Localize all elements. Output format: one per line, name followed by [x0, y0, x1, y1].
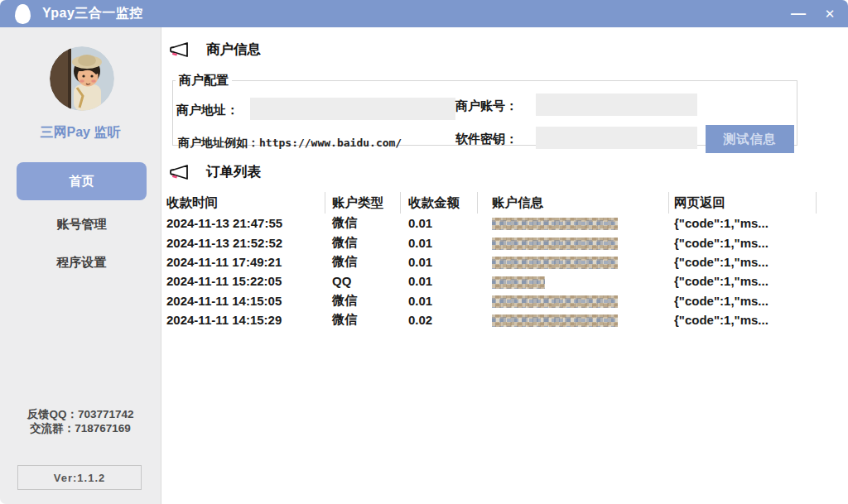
merchant-section-header: 商户信息 — [169, 40, 261, 60]
account-type: 微信 — [325, 254, 401, 270]
app-egg-icon — [15, 4, 31, 24]
group-qq: 交流群：718767169 — [0, 422, 161, 436]
masked-account-info — [492, 257, 618, 269]
feedback-qq: 反馈QQ：703771742 — [0, 408, 161, 422]
app-window: Ypay三合一监控 — ✕ — [0, 0, 848, 504]
table-row[interactable]: 2024-11-11 15:22:05QQ0.01{"code":1,"ms..… — [162, 271, 848, 290]
megaphone-icon — [169, 40, 192, 60]
test-info-button[interactable]: 测试信息 — [706, 125, 794, 153]
megaphone-icon — [169, 162, 192, 182]
hint-url: https://www.baidu.com/ — [259, 137, 402, 149]
order-time: 2024-11-11 14:15:29 — [162, 313, 325, 327]
merchant-address-label: 商户地址： — [176, 103, 238, 118]
order-rows: 2024-11-13 21:47:55微信0.01{"code":1,"ms..… — [162, 214, 848, 329]
merchant-config-group: 商户配置 商户地址： 商户账号： 商户地址例如：https://www.baid… — [172, 73, 797, 146]
column-header[interactable]: 网页返回 — [669, 192, 817, 214]
table-row[interactable]: 2024-11-13 21:47:55微信0.01{"code":1,"ms..… — [162, 214, 848, 233]
merchant-section-title: 商户信息 — [206, 41, 261, 59]
order-time: 2024-11-13 21:52:52 — [162, 236, 325, 250]
main-content: 商户信息 商户配置 商户地址： 商户账号： 商户地址例如：https://www… — [162, 27, 848, 504]
order-table: 收款时间账户类型收款金额账户信息网页返回 2024-11-13 21:47:55… — [162, 192, 848, 329]
orders-section-header: 订单列表 — [169, 162, 261, 182]
web-response: {"code":1,"ms... — [669, 274, 817, 288]
web-response: {"code":1,"ms... — [669, 236, 817, 250]
account-info — [478, 293, 669, 308]
close-button[interactable]: ✕ — [815, 0, 845, 27]
web-response: {"code":1,"ms... — [669, 294, 817, 308]
avatar — [50, 46, 114, 111]
amount: 0.01 — [401, 274, 478, 288]
sidebar-item-settings[interactable]: 程序设置 — [17, 255, 147, 271]
web-response: {"code":1,"ms... — [669, 313, 817, 327]
amount: 0.02 — [401, 313, 478, 327]
profile-name: 三网Pay 监听 — [0, 124, 161, 142]
merchant-account-input[interactable] — [536, 94, 697, 116]
account-info — [478, 313, 669, 328]
table-row[interactable]: 2024-11-11 14:15:29微信0.02{"code":1,"ms..… — [162, 310, 848, 329]
column-header[interactable]: 收款时间 — [162, 192, 325, 214]
web-response: {"code":1,"ms... — [669, 216, 817, 230]
merchant-address-input[interactable] — [250, 98, 455, 120]
merchant-account-label: 商户账号： — [455, 98, 518, 114]
account-info — [478, 274, 669, 289]
window-title: Ypay三合一监控 — [42, 5, 143, 22]
amount: 0.01 — [401, 236, 478, 250]
contact-info: 反馈QQ：703771742 交流群：718767169 — [0, 408, 161, 435]
order-time: 2024-11-11 15:22:05 — [162, 274, 325, 288]
sidebar: 三网Pay 监听 首页 账号管理 程序设置 反馈QQ：703771742 交流群… — [0, 27, 161, 504]
web-response: {"code":1,"ms... — [669, 255, 817, 269]
masked-account-info — [492, 218, 618, 230]
account-info — [478, 216, 669, 231]
order-table-header: 收款时间账户类型收款金额账户信息网页返回 — [162, 192, 848, 214]
masked-account-info — [492, 276, 545, 289]
column-header[interactable]: 收款金额 — [401, 192, 478, 214]
title-bar: Ypay三合一监控 — ✕ — [0, 0, 848, 27]
account-type: 微信 — [325, 312, 401, 328]
column-header[interactable] — [817, 192, 848, 214]
table-row[interactable]: 2024-11-13 21:52:52微信0.01{"code":1,"ms..… — [162, 233, 848, 252]
column-header[interactable]: 账户类型 — [325, 192, 401, 214]
orders-section-title: 订单列表 — [206, 163, 261, 181]
masked-account-info — [492, 238, 618, 250]
masked-account-info — [492, 314, 618, 327]
account-type: 微信 — [325, 235, 401, 251]
column-header[interactable]: 账户信息 — [478, 192, 669, 214]
sidebar-item-accounts[interactable]: 账号管理 — [17, 217, 147, 233]
table-row[interactable]: 2024-11-11 14:15:05微信0.01{"code":1,"ms..… — [162, 291, 848, 310]
amount: 0.01 — [401, 255, 478, 269]
account-type: QQ — [325, 274, 401, 288]
account-info — [478, 255, 669, 270]
merchant-address-hint: 商户地址例如：https://www.baidu.com/ — [178, 136, 402, 151]
version-box: Ver:1.1.2 — [17, 465, 142, 490]
software-key-label: 软件密钥： — [455, 132, 518, 147]
table-row[interactable]: 2024-11-11 17:49:21微信0.01{"code":1,"ms..… — [162, 252, 848, 271]
amount: 0.01 — [401, 294, 478, 308]
order-time: 2024-11-11 17:49:21 — [162, 255, 325, 269]
account-type: 微信 — [325, 215, 401, 231]
order-time: 2024-11-11 14:15:05 — [162, 294, 325, 308]
merchant-group-title: 商户配置 — [176, 73, 232, 89]
order-time: 2024-11-13 21:47:55 — [162, 216, 325, 230]
masked-account-info — [492, 295, 618, 308]
account-type: 微信 — [325, 293, 401, 309]
sidebar-item-home[interactable]: 首页 — [17, 162, 147, 200]
minimize-button[interactable]: — — [783, 0, 813, 27]
software-key-input[interactable] — [536, 127, 697, 149]
account-info — [478, 235, 669, 250]
amount: 0.01 — [401, 216, 478, 230]
